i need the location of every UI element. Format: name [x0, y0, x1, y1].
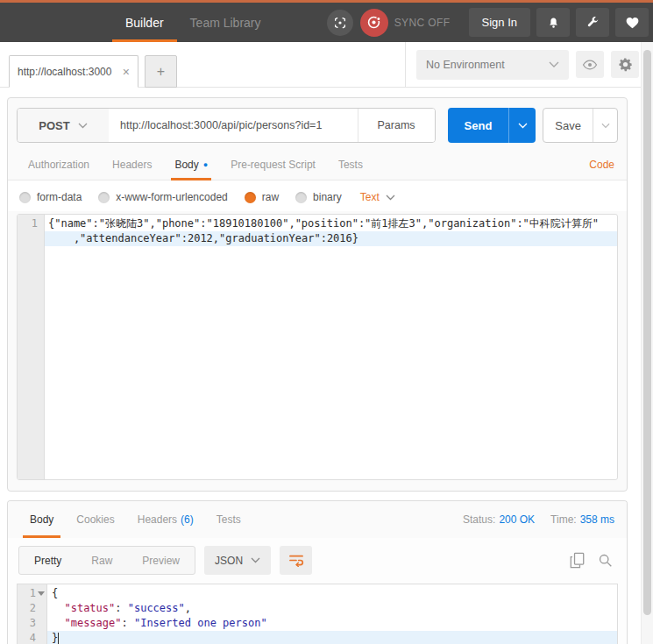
body-indicator-dot: ●	[203, 161, 208, 169]
mode-form-data[interactable]: form-data	[19, 191, 82, 203]
mode-x-www-form-urlencoded[interactable]: x-www-form-urlencoded	[98, 191, 227, 203]
vertical-scrollbar[interactable]	[641, 42, 653, 644]
radio-selected-icon[interactable]	[245, 192, 256, 203]
response-tab-cookies[interactable]: Cookies	[65, 501, 125, 538]
nav-tab-team-library[interactable]: Team Library	[177, 3, 274, 42]
url-input[interactable]	[109, 109, 358, 142]
mode-binary[interactable]: binary	[295, 191, 342, 203]
generate-code-link[interactable]: Code	[589, 150, 618, 180]
chevron-down-icon	[549, 61, 559, 68]
sync-status-label: SYNC OFF	[394, 17, 451, 29]
favorites-button[interactable]	[615, 8, 649, 37]
editor-content[interactable]: {"name":"张晓陆3","phone":"18910180100","po…	[45, 215, 617, 479]
copy-icon[interactable]	[570, 552, 585, 569]
new-tab-button[interactable]: +	[145, 55, 177, 88]
view-tab-pretty[interactable]: Pretty	[19, 547, 76, 574]
radio-unselected-icon[interactable]	[98, 192, 110, 203]
wrench-icon	[586, 16, 600, 29]
notifications-button[interactable]	[536, 8, 570, 37]
close-tab-icon[interactable]: ×	[123, 65, 130, 79]
request-tab[interactable]: http://localhost:3000 ×	[9, 55, 138, 88]
mode-raw[interactable]: raw	[245, 191, 279, 203]
send-button-group: Send	[448, 108, 536, 143]
plus-icon: +	[157, 64, 165, 80]
json-key: "status"	[64, 602, 115, 614]
settings-button[interactable]	[611, 51, 639, 78]
line-number: 4	[18, 631, 46, 644]
url-group: POST Params	[17, 108, 436, 143]
body-type-selector: form-data x-www-form-urlencoded raw bina…	[8, 180, 627, 211]
chevron-down-icon	[78, 123, 88, 129]
scrollbar-thumb[interactable]	[643, 50, 651, 615]
view-tab-preview[interactable]: Preview	[127, 547, 195, 574]
response-body-content: { "status": "success", "message": "Inser…	[47, 584, 617, 644]
response-view-switcher: Pretty Raw Preview	[18, 546, 195, 575]
tab-body[interactable]: Body ●	[163, 150, 219, 180]
method-selector[interactable]: POST	[18, 109, 109, 142]
raw-format-selector[interactable]: Text	[360, 191, 395, 203]
url-row: POST Params Send	[8, 98, 627, 150]
status-pair: Status: 200 OK	[463, 513, 535, 526]
tab-pre-request-script[interactable]: Pre-request Script	[219, 150, 327, 180]
main-nav-tabs: Builder Team Library	[112, 3, 274, 42]
editor-line-1: {"name":"张晓陆3","phone":"18910180100","po…	[45, 216, 617, 231]
line-number: 2	[18, 601, 46, 616]
environment-selector[interactable]: No Environment	[416, 50, 569, 80]
response-tab-body[interactable]: Body	[18, 501, 65, 538]
environment-preview-button[interactable]	[576, 51, 604, 78]
tools-button[interactable]	[576, 8, 609, 37]
capture-icon	[333, 16, 347, 30]
params-button[interactable]: Params	[358, 109, 435, 142]
response-toolbar: Pretty Raw Preview JSON	[8, 538, 627, 582]
tab-authorization[interactable]: Authorization	[17, 150, 101, 180]
bell-icon	[547, 16, 560, 30]
request-section-tabs: Authorization Headers Body ● Pre-request…	[8, 150, 627, 180]
chevron-down-icon	[386, 195, 395, 201]
radio-unselected-icon[interactable]	[295, 192, 307, 203]
method-label: POST	[39, 119, 69, 132]
tab-tests[interactable]: Tests	[327, 150, 374, 180]
view-tab-raw[interactable]: Raw	[76, 547, 127, 574]
chevron-down-icon	[601, 123, 610, 129]
save-button[interactable]: Save	[543, 109, 593, 142]
response-line: {	[47, 586, 617, 601]
headers-count-badge: (6)	[181, 513, 194, 526]
send-options-button[interactable]	[508, 108, 536, 143]
request-body-editor[interactable]: 1 {"name":"张晓陆3","phone":"18910180100","…	[17, 214, 618, 480]
json-value: "success"	[128, 602, 185, 614]
top-navigation-bar: Builder Team Library SYNC OFF Sign In	[0, 0, 653, 42]
status-value: 200 OK	[499, 513, 535, 526]
save-options-button[interactable]	[593, 109, 617, 142]
response-actions	[570, 552, 616, 569]
sync-button[interactable]	[360, 9, 388, 37]
line-number: 1	[18, 586, 46, 601]
fold-collapse-icon[interactable]	[38, 591, 45, 596]
text-cursor	[58, 633, 59, 644]
json-key: "message"	[64, 617, 121, 629]
response-body-viewer[interactable]: 1 2 3 4 { "status": "success", "message"…	[17, 584, 618, 644]
eye-icon	[582, 59, 598, 71]
nav-tab-builder[interactable]: Builder	[112, 3, 177, 42]
search-icon[interactable]	[598, 553, 613, 568]
line-number: 3	[18, 616, 46, 631]
editor-gutter: 1	[18, 215, 45, 479]
tab-headers[interactable]: Headers	[101, 150, 163, 180]
response-gutter: 1 2 3 4	[18, 584, 47, 644]
time-pair: Time: 358 ms	[550, 513, 614, 526]
response-format-selector[interactable]: JSON	[204, 546, 271, 575]
response-tab-headers[interactable]: Headers (6)	[126, 501, 205, 538]
response-section-tabs: Body Cookies Headers (6) Tests Status: 2…	[8, 501, 627, 538]
radio-unselected-icon[interactable]	[19, 192, 31, 203]
send-button[interactable]: Send	[448, 108, 509, 143]
main-content: POST Params Send	[0, 88, 653, 644]
json-value: "Inserted one person"	[134, 617, 267, 629]
sign-in-button[interactable]: Sign In	[469, 8, 530, 37]
time-label: Time:	[550, 513, 577, 526]
wrap-text-button[interactable]	[280, 546, 312, 575]
chevron-down-icon	[251, 557, 260, 563]
interceptor-button[interactable]	[327, 10, 353, 36]
topbar-actions: SYNC OFF Sign In	[320, 3, 653, 42]
gear-icon	[618, 57, 633, 72]
response-tab-tests[interactable]: Tests	[205, 501, 252, 538]
response-panel: Body Cookies Headers (6) Tests Status: 2…	[7, 500, 628, 644]
